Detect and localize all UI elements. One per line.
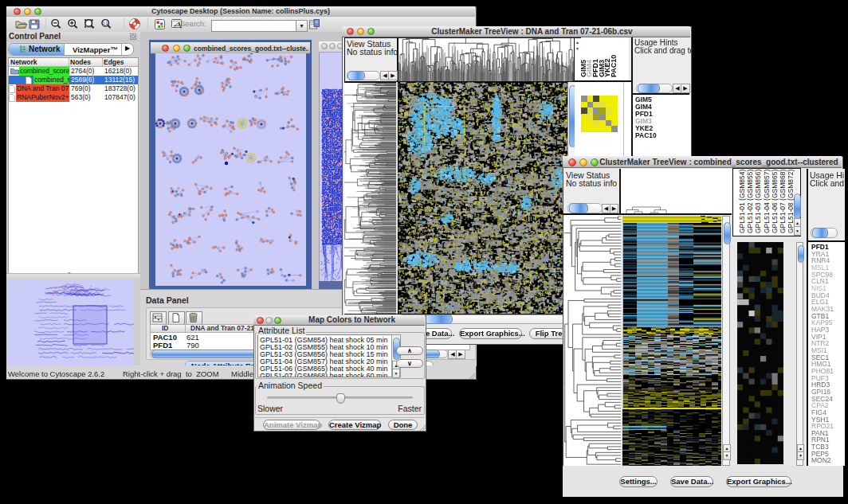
svg-text:Search:: Search: bbox=[180, 19, 206, 28]
svg-text:1:1: 1:1 bbox=[103, 21, 108, 25]
